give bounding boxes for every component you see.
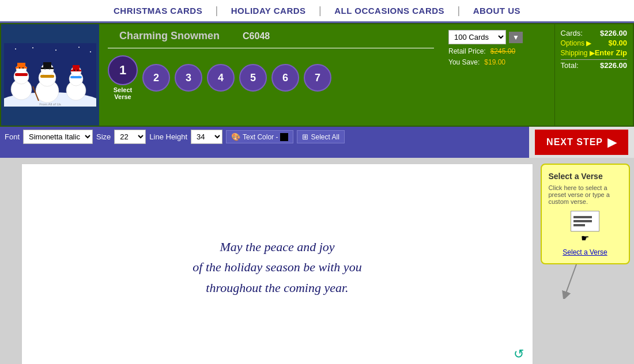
refresh-icon[interactable]: ↺ — [514, 347, 524, 362]
step-4[interactable]: 4 — [207, 64, 235, 92]
shipping-link[interactable]: Shipping ▶ — [561, 49, 595, 57]
line-height-label: Line Height — [149, 132, 187, 141]
cards-label: Cards: — [561, 29, 583, 37]
color-icon: 🎨 — [231, 132, 240, 141]
text-color-button[interactable]: 🎨 Text Color - — [226, 130, 293, 143]
svg-rect-28 — [73, 65, 80, 70]
total-label: Total: — [561, 61, 579, 70]
svg-rect-20 — [43, 62, 51, 68]
cards-price-row: Cards: $226.00 — [561, 29, 627, 37]
cards-price: $226.00 — [600, 29, 627, 37]
cursor-icon: ☛ — [581, 233, 589, 244]
quantity-arrow-btn[interactable]: ▼ — [509, 32, 523, 43]
you-save-label: You Save: — [448, 58, 480, 66]
color-swatch — [280, 133, 288, 141]
svg-point-32 — [77, 70, 78, 71]
product-pricing-area: 100 Cards ▼ Retail Price: $245.00 You Sa… — [443, 24, 633, 126]
verse-line-1 — [573, 216, 592, 218]
verse-line-2 — [573, 220, 592, 222]
svg-rect-12 — [17, 63, 25, 67]
toolbar-wrap: Font Simonetta Italic Size 22 Line Heigh… — [0, 127, 529, 158]
tooltip-arrow-svg — [559, 264, 611, 299]
svg-point-1 — [15, 48, 16, 50]
step-2[interactable]: 2 — [142, 64, 170, 92]
product-image: From All of Us — [1, 24, 99, 126]
retail-price-value: $245.00 — [490, 47, 515, 55]
options-link[interactable]: Options ▶ — [561, 39, 592, 47]
svg-rect-13 — [16, 67, 27, 69]
svg-rect-21 — [41, 67, 54, 69]
product-middle: Charming Snowmen C6048 1 SelectVerse 2 3… — [99, 24, 443, 126]
svg-point-2 — [32, 47, 33, 48]
pricing-section: Cards: $226.00 Options ▶ $0.00 Shipping … — [554, 24, 633, 126]
nav-all-occasions[interactable]: ALL OCCASIONS CARDS — [334, 6, 444, 16]
step-6[interactable]: 6 — [271, 64, 299, 92]
line-height-select[interactable]: 34 — [191, 130, 222, 144]
svg-rect-24 — [40, 75, 54, 78]
toolbar: Font Simonetta Italic Size 22 Line Heigh… — [0, 127, 529, 147]
tooltip-container: Select a Verse Click here to select a pr… — [539, 164, 631, 364]
product-title: Charming Snowmen C6048 — [108, 30, 434, 42]
size-select[interactable]: 22 — [114, 130, 146, 144]
svg-point-16 — [22, 67, 24, 69]
total-price: $226.00 — [600, 61, 627, 70]
step-3[interactable]: 3 — [175, 64, 202, 92]
svg-point-5 — [90, 51, 91, 52]
next-step-button[interactable]: NEXT STEP ▶ — [535, 130, 628, 155]
select-all-button[interactable]: ⊞ Select All — [297, 130, 344, 143]
verse-line-3 — [573, 224, 585, 226]
nav-separator-2: | — [319, 5, 322, 16]
options-row: Options ▶ $0.00 — [561, 39, 627, 47]
nav-holiday-cards[interactable]: HOLIDAY CARDS — [231, 6, 306, 16]
retail-price-label: Retail Price: — [448, 47, 486, 55]
shipping-row: Shipping ▶ Enter Zip — [561, 48, 627, 57]
font-select[interactable]: Simonetta Italic — [23, 130, 93, 144]
size-label: Size — [96, 132, 111, 141]
tooltip-verse-link[interactable]: Select a Verse — [549, 248, 622, 256]
nav-about-us[interactable]: ABOUT US — [473, 6, 520, 16]
tooltip-box: Select a Verse Click here to select a pr… — [541, 164, 630, 264]
svg-point-23 — [49, 68, 51, 70]
svg-point-3 — [55, 50, 56, 51]
shipping-value: Enter Zip — [595, 48, 627, 57]
tooltip-icon-area: ☛ — [549, 211, 622, 244]
nav-separator-1: | — [216, 5, 218, 16]
step-1[interactable]: 1 SelectVerse — [108, 55, 138, 100]
svg-rect-29 — [71, 70, 81, 71]
card-preview: May the peace and joy of the holiday sea… — [21, 164, 533, 364]
total-row: Total: $226.00 — [561, 59, 627, 70]
select-all-icon: ⊞ — [302, 132, 308, 141]
quantity-section: 100 Cards ▼ Retail Price: $245.00 You Sa… — [443, 24, 554, 126]
verse-icon — [571, 211, 599, 232]
step-5[interactable]: 5 — [239, 64, 267, 92]
steps-row: 1 SelectVerse 2 3 4 5 6 7 — [108, 55, 434, 100]
top-navigation: CHRISTMAS CARDS | HOLIDAY CARDS | ALL OC… — [0, 0, 634, 23]
nav-separator-3: | — [458, 5, 461, 16]
left-strip — [3, 164, 10, 364]
svg-point-15 — [19, 67, 20, 69]
svg-rect-30 — [70, 76, 82, 78]
next-step-area: NEXT STEP ▶ — [529, 127, 634, 158]
step-7[interactable]: 7 — [304, 64, 331, 92]
verse-text: May the peace and joy of the holiday sea… — [193, 237, 361, 298]
svg-rect-14 — [15, 73, 28, 76]
svg-line-35 — [565, 264, 576, 296]
svg-point-22 — [44, 68, 46, 70]
tooltip-description: Click here to select a preset verse or t… — [549, 184, 622, 205]
content-area: May the peace and joy of the holiday sea… — [0, 158, 634, 364]
nav-christmas-cards[interactable]: CHRISTMAS CARDS — [114, 6, 202, 16]
quantity-select[interactable]: 100 Cards — [448, 30, 506, 44]
next-arrow-icon: ▶ — [607, 135, 617, 149]
options-price: $0.00 — [608, 39, 627, 47]
svg-point-31 — [74, 70, 75, 71]
tooltip-title: Select a Verse — [549, 172, 622, 181]
svg-point-4 — [78, 47, 80, 48]
step-1-label: SelectVerse — [114, 86, 132, 100]
you-save-value: $19.00 — [484, 58, 505, 66]
product-header: From All of Us Charming Snowmen C6048 1 … — [0, 23, 634, 127]
font-label: Font — [5, 132, 20, 141]
svg-text:From All of Us: From All of Us — [39, 103, 61, 106]
toolbar-row: Font Simonetta Italic Size 22 Line Heigh… — [0, 127, 634, 158]
